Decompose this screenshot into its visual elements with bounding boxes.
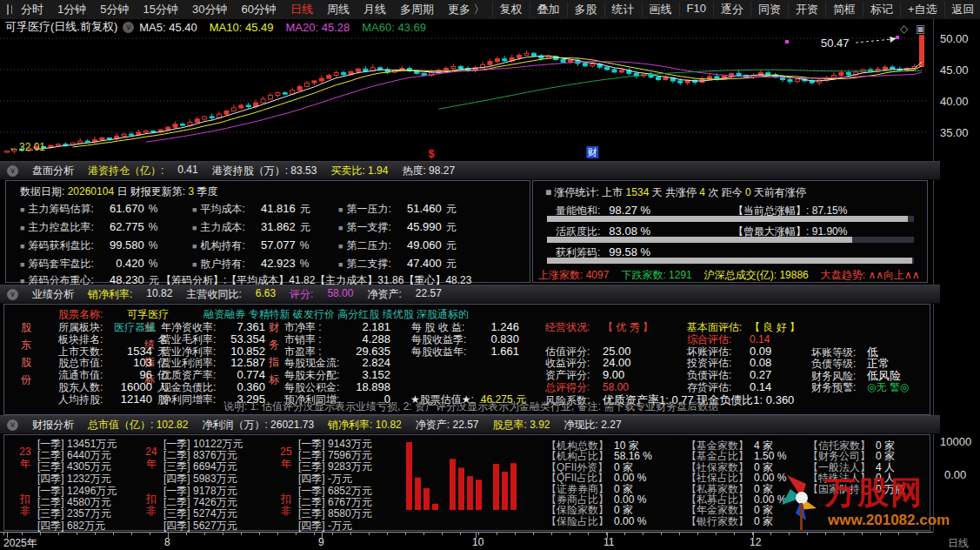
date-segment: 季度: [194, 185, 217, 198]
quarter-value: [四季] 1232万元: [37, 473, 117, 485]
quarterly-profit-bars: [403, 439, 524, 513]
fin-header-item: 销净利率: 10.82: [328, 418, 402, 433]
metric-value: 0.830: [483, 332, 519, 345]
metric-value: 16000: [114, 380, 152, 393]
toolbar-action[interactable]: +自选: [900, 2, 944, 17]
svg-text:50.47: 50.47: [821, 37, 850, 50]
period-tab[interactable]: 30分钟: [185, 2, 234, 17]
date-segment: 日 财报更新第:: [114, 185, 188, 198]
quarter-value: [四季] -万元: [298, 520, 372, 532]
perf-metric: 存货评估:0.14: [687, 380, 771, 395]
chevron-down-icon[interactable]: ∨: [123, 22, 134, 33]
toolbar-action[interactable]: 统计: [604, 2, 642, 17]
progress-fill: [547, 258, 912, 264]
diamond-icon[interactable]: ◇: [900, 23, 908, 35]
gauge-value: 98.27 %: [609, 204, 650, 217]
fin-header-item: 总市值（亿）: 102.82: [88, 418, 188, 433]
collapse-icon[interactable]: ∨: [7, 165, 18, 177]
candlestick-chart[interactable]: 50.47←32.01$财: [0, 35, 933, 164]
perf-metric: 经营状况:【 优 秀 】: [545, 320, 653, 335]
kline-svg[interactable]: 50.47←32.01$财: [0, 35, 933, 164]
institution-label: 【社保占比】: [686, 473, 754, 483]
period-tab[interactable]: 周线: [320, 2, 357, 17]
axis-tick: [843, 533, 844, 535]
metric-value: 61.670: [99, 202, 144, 215]
axis-tick: [369, 533, 370, 535]
period-tab[interactable]: 更多 〉: [441, 2, 492, 17]
metric-label: 第一压力:: [346, 202, 390, 217]
fin-header-item: 净资产: 22.57: [416, 418, 479, 433]
axis-label: 9: [318, 536, 324, 548]
time-axis[interactable]: 日线 2025年89101112: [0, 531, 980, 550]
window-icon[interactable]: ▣: [916, 23, 925, 35]
toolbar-action[interactable]: F10: [679, 2, 713, 17]
pan-metric: ■散户持有:42.923%: [192, 257, 309, 272]
perf-box: 股东股份业绩指标财务指标股票名称:可孚医疗融资融券 专精特新 破发行价 高分红股…: [3, 304, 930, 415]
pan-metric: ■筹码获利盘比:99.580%: [20, 238, 157, 253]
metric-value: 0.360: [225, 380, 265, 393]
axis-tick: [551, 533, 552, 535]
toolbar-action[interactable]: 简框: [825, 2, 863, 17]
info-bar: 可孚医疗(日线.前复权) ∨ MA5: 45.40MA10: 45.49MA20…: [0, 19, 980, 35]
metric-value: 18.898: [349, 380, 390, 393]
metric-label: 财务预警:: [811, 380, 867, 395]
bullet-icon: ■: [20, 242, 24, 251]
toolbar-action[interactable]: 叠加: [530, 2, 567, 17]
metric-unit: 元: [446, 220, 457, 235]
period-tab[interactable]: 5分钟: [93, 2, 136, 17]
pan-right-box: ■ 涨停统计: 上市 1534 天 共涨停 4 次 距今 0 天前有涨停量能饱和…: [532, 180, 928, 283]
period-tab[interactable]: 多周期: [393, 2, 441, 17]
ma-legend-item: MA20: 45.28: [286, 21, 350, 34]
axis-tick: [40, 533, 41, 535]
toolbar-action[interactable]: 画线: [642, 2, 679, 17]
period-tab[interactable]: 60分钟: [234, 2, 283, 17]
axis-tick: [770, 533, 771, 535]
axis-tick: [533, 533, 534, 535]
period-tab[interactable]: 1分钟: [50, 2, 93, 17]
toolbar-action[interactable]: 多股: [567, 2, 604, 17]
toolbar-action[interactable]: 复权: [492, 2, 530, 17]
toolbar-action[interactable]: 同资: [750, 2, 788, 17]
perf-header-item: 销净利率:: [88, 287, 132, 302]
sub-axis-top: 10000: [940, 435, 971, 448]
toolbar-action[interactable]: 返回: [944, 2, 980, 17]
axis-tick: [314, 533, 315, 535]
axis-separator: [933, 19, 934, 532]
period-tab[interactable]: 分时: [14, 2, 50, 17]
toolbar-action[interactable]: 开资: [788, 2, 825, 17]
metric-value: 3.152: [349, 368, 390, 381]
axis-tick: [643, 533, 643, 535]
axis-tick: [223, 533, 223, 535]
market-segment: 沪深总成交(亿): 19886: [704, 268, 809, 283]
metric-value: 57.077: [250, 238, 296, 252]
toolbar-action[interactable]: 逐分: [713, 2, 750, 17]
deducted-label: 扣非: [18, 493, 32, 517]
pan-header-item: 港资持仓（亿）:: [88, 164, 163, 178]
zt-segment: 天 共涨停: [649, 186, 699, 198]
pan-metric: ■主力成本:31.862元: [192, 220, 310, 235]
ma-legend-item: MA10: 45.49: [210, 21, 274, 34]
toolbar-action[interactable]: 标记: [863, 2, 900, 17]
perf-header-item: 10.82: [146, 287, 172, 302]
period-tab[interactable]: 月线: [357, 2, 393, 17]
period-tab[interactable]: 日线: [283, 2, 320, 17]
period-tab[interactable]: 15分钟: [136, 2, 184, 17]
svg-text:财: 财: [588, 147, 597, 158]
perf-header-item: 净资产:: [367, 287, 401, 302]
pan-metric: ■第一支撑:45.990元: [338, 220, 457, 235]
metric-value: 51.460: [397, 202, 442, 215]
metric-unit: %: [300, 239, 310, 252]
watermark-url: www.201082.com: [828, 512, 950, 529]
institution-row: 【银行家数】0 家: [686, 516, 786, 527]
institution-row: 【保险占比】0.00 %: [546, 516, 652, 527]
collapse-icon[interactable]: ∨: [7, 289, 18, 300]
bullet-icon: ■: [192, 242, 197, 251]
metric-label: 人均持股:: [58, 392, 114, 407]
collapse-icon[interactable]: ∨: [7, 419, 18, 431]
metric-label: 净利同增率:: [161, 392, 225, 407]
split-window-icon[interactable]: [7, 4, 9, 15]
perf-header-item: 评分:: [290, 287, 313, 302]
metric-label: 主力筹码估算:: [28, 202, 93, 217]
panel-header-pan: ∨ 盘面分析港资持仓（亿）: 0.41港资持股（万）: 83.53买卖比: 1.…: [0, 161, 940, 180]
pan-header-item: 买卖比: 1.94: [330, 164, 388, 178]
